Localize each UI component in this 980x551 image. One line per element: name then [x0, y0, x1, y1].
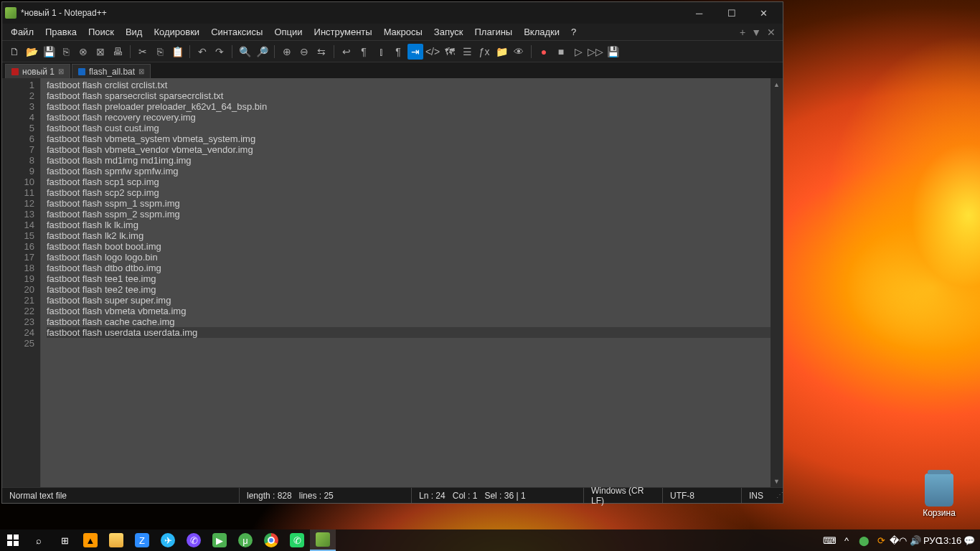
menu-tools[interactable]: Инструменты	[308, 24, 378, 39]
tray-chevron-up-icon[interactable]: ^	[838, 529, 855, 551]
sync-scroll-icon[interactable]: ⇆	[314, 44, 329, 60]
taskview-icon: ⊞	[57, 533, 72, 547]
toolbar-separator	[189, 45, 190, 58]
taskbar-app-explorer[interactable]	[103, 529, 129, 551]
tray-wifi-icon[interactable]: �◠	[890, 529, 907, 551]
find-icon[interactable]: 🔍	[237, 44, 253, 60]
tab-new1[interactable]: новый 1 ⊠	[5, 64, 70, 78]
save-icon[interactable]: 💾	[41, 44, 57, 60]
menu-view[interactable]: Вид	[120, 24, 149, 39]
menubar-plus-icon[interactable]: +	[740, 27, 745, 38]
taskbar-app-aimp[interactable]: ▲	[77, 529, 103, 551]
start-button[interactable]	[0, 529, 26, 551]
indent-guide-icon[interactable]: ⫿	[373, 44, 389, 60]
taskbar-app-telegram[interactable]: ✈	[155, 529, 181, 551]
taskbar-app-utorrent[interactable]: μ	[232, 529, 258, 551]
menu-macro[interactable]: Макросы	[378, 24, 428, 39]
menu-plugins[interactable]: Плагины	[469, 24, 519, 39]
toolbar-separator	[232, 45, 232, 58]
menu-language[interactable]: Синтаксисы	[205, 24, 268, 39]
indent-icon[interactable]: ⇥	[407, 44, 423, 60]
menu-run[interactable]: Запуск	[428, 24, 469, 39]
menubar-close-icon[interactable]: ✕	[767, 27, 776, 38]
scroll-down-icon[interactable]: ▼	[771, 475, 783, 487]
taskview-button[interactable]: ⊞	[52, 529, 77, 551]
minimize-button[interactable]: ─	[683, 2, 715, 24]
new-file-icon[interactable]: 🗋	[6, 44, 22, 60]
copy-icon[interactable]: ⎘	[152, 44, 168, 60]
status-mode: INS	[741, 488, 776, 503]
zoom-in-icon[interactable]: ⊕	[279, 44, 295, 60]
menu-search[interactable]: Поиск	[83, 24, 120, 39]
scroll-up-icon[interactable]: ▲	[771, 78, 783, 90]
tray-notifications-icon[interactable]: 💬	[958, 529, 980, 551]
print-icon[interactable]: 🖶	[110, 44, 126, 60]
code-icon[interactable]: </>	[425, 44, 440, 60]
taskbar-app-whatsapp[interactable]: ✆	[284, 529, 310, 551]
toolbar-separator	[274, 45, 275, 58]
taskbar-app-wechat[interactable]: ▶	[207, 529, 232, 551]
redo-icon[interactable]: ↷	[212, 44, 227, 60]
paste-icon[interactable]: 📋	[169, 44, 185, 60]
stop-macro-icon[interactable]: ■	[553, 44, 569, 60]
tray-keyboard-icon[interactable]: ⌨	[821, 529, 838, 551]
menu-window[interactable]: Вкладки	[518, 24, 565, 39]
tray-volume-icon[interactable]: 🔊	[907, 529, 924, 551]
menu-help[interactable]: ?	[565, 24, 582, 39]
code-editor[interactable]: fastboot flash crclist crclist.txtfastbo…	[41, 78, 771, 487]
open-file-icon[interactable]: 📂	[24, 44, 39, 60]
taskbar-app-notepadpp[interactable]	[310, 529, 336, 551]
save-macro-icon[interactable]: 💾	[605, 44, 621, 60]
monitoring-icon[interactable]: 👁	[511, 44, 527, 60]
folder-icon	[109, 533, 123, 547]
scroll-track[interactable]	[771, 90, 783, 475]
replace-icon[interactable]: 🔎	[254, 44, 270, 60]
tray-update-icon[interactable]: ⟳	[872, 529, 890, 551]
search-button[interactable]: ⌕	[26, 529, 52, 551]
line-gutter: 1234567891011121314151617181920212223242…	[2, 78, 41, 487]
doc-list-icon[interactable]: ☰	[459, 44, 475, 60]
zoom-out-icon[interactable]: ⊖	[296, 44, 312, 60]
tab-close-icon[interactable]: ⊠	[58, 67, 64, 75]
toolbar-separator	[531, 45, 532, 58]
function-list-icon[interactable]: ƒx	[476, 44, 492, 60]
taskbar-app-viber[interactable]: ✆	[181, 529, 207, 551]
close-all-icon[interactable]: ⊠	[93, 44, 108, 60]
cut-icon[interactable]: ✂	[135, 44, 151, 60]
tray-security-icon[interactable]: ⬤	[855, 529, 872, 551]
viber-icon: ✆	[187, 533, 201, 547]
taskbar-app-chrome[interactable]	[258, 529, 284, 551]
taskbar-app-zoom[interactable]: Z	[129, 529, 155, 551]
all-chars-icon[interactable]: ¶	[356, 44, 372, 60]
menu-edit[interactable]: Правка	[39, 24, 83, 39]
tab-label: flash_all.bat	[89, 67, 135, 77]
telegram-icon: ✈	[161, 533, 175, 547]
titlebar[interactable]: *новый 1 - Notepad++ ─ ☐ ✕	[2, 2, 783, 24]
play-macro-icon[interactable]: ▷	[570, 44, 586, 60]
vertical-scrollbar[interactable]: ▲ ▼	[771, 78, 783, 487]
undo-icon[interactable]: ↶	[194, 44, 210, 60]
status-encoding: UTF-8	[662, 488, 741, 503]
whatsapp-icon: ✆	[290, 533, 304, 547]
folder-workspace-icon[interactable]: 📁	[494, 44, 509, 60]
tab-close-icon[interactable]: ⊠	[138, 67, 144, 75]
close-button[interactable]: ✕	[748, 2, 780, 24]
doc-map-icon[interactable]: 🗺	[442, 44, 458, 60]
menu-file[interactable]: Файл	[5, 24, 39, 39]
menubar-dropdown-icon[interactable]: ▼	[751, 27, 761, 38]
pilcrow-icon[interactable]: ¶	[390, 44, 406, 60]
tab-flash-all[interactable]: flash_all.bat ⊠	[72, 64, 151, 78]
save-all-icon[interactable]: ⎘	[58, 44, 74, 60]
record-macro-icon[interactable]: ●	[536, 44, 552, 60]
play-multi-icon[interactable]: ▷▷	[588, 44, 603, 60]
maximize-button[interactable]: ☐	[715, 2, 748, 24]
wordwrap-icon[interactable]: ↩	[339, 44, 354, 60]
tray-clock[interactable]: 13:16	[941, 529, 958, 551]
menu-encoding[interactable]: Кодировки	[148, 24, 205, 39]
status-filetype: Normal text file	[2, 488, 239, 503]
resize-grip-icon[interactable]: ⋰	[776, 491, 785, 500]
recycle-bin[interactable]: Корзина	[913, 474, 966, 518]
document-tabs: новый 1 ⊠ flash_all.bat ⊠	[2, 62, 783, 78]
close-file-icon[interactable]: ⊗	[75, 44, 91, 60]
menu-settings[interactable]: Опции	[268, 24, 308, 39]
